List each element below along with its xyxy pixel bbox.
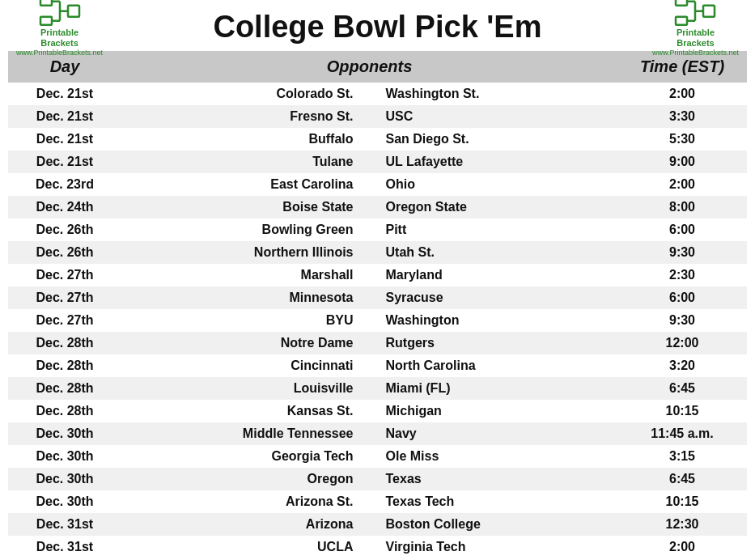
team2: Rutgers — [370, 336, 610, 350]
cell-time: 10:15 — [617, 490, 747, 513]
team1: Fresno St. — [129, 109, 370, 124]
table-row: Dec. 21stFresno St.USC3:30 — [8, 105, 747, 128]
team1: Northern Illinois — [129, 245, 370, 260]
cell-time: 3:20 — [617, 354, 747, 377]
cell-time: 6:45 — [617, 468, 747, 490]
team2: Pitt — [370, 223, 610, 237]
table-row: Dec. 30thGeorgia TechOle Miss3:15 — [8, 445, 747, 468]
table-container: Day Opponents Time (EST) Dec. 21stColora… — [0, 51, 755, 560]
bowl-table: Day Opponents Time (EST) Dec. 21stColora… — [8, 51, 747, 558]
logo-right-text: Printable Brackets — [677, 27, 715, 48]
table-row: Dec. 26thNorthern IllinoisUtah St.9:30 — [8, 241, 747, 264]
cell-opponents: Colorado St.Washington St. — [121, 83, 617, 105]
team2: Maryland — [370, 268, 610, 282]
cell-day: Dec. 21st — [8, 105, 121, 128]
header: Printable Brackets www.PrintableBrackets… — [0, 0, 755, 51]
cell-time: 9:30 — [617, 309, 747, 332]
cell-opponents: MinnesotaSyracuse — [121, 286, 617, 309]
team1: UCLA — [129, 540, 370, 554]
cell-day: Dec. 30th — [8, 468, 121, 490]
cell-time: 12:30 — [617, 513, 747, 536]
team2: North Carolina — [370, 358, 610, 373]
logo-right[interactable]: Printable Brackets www.PrintableBrackets… — [652, 0, 739, 57]
page-title: College Bowl Pick 'Em — [213, 10, 541, 45]
cell-opponents: MarshallMaryland — [121, 264, 617, 286]
cell-time: 6:00 — [617, 286, 747, 309]
cell-opponents: Kansas St.Michigan — [121, 400, 617, 422]
team1: Colorado St. — [129, 87, 370, 101]
svg-rect-9 — [703, 5, 715, 16]
cell-opponents: LouisvilleMiami (FL) — [121, 377, 617, 400]
cell-day: Dec. 27th — [8, 286, 121, 309]
table-row: Dec. 28thCincinnatiNorth Carolina3:20 — [8, 354, 747, 377]
cell-day: Dec. 30th — [8, 422, 121, 445]
cell-day: Dec. 21st — [8, 83, 121, 105]
cell-day: Dec. 31st — [8, 536, 121, 558]
cell-time: 6:45 — [617, 377, 747, 400]
cell-time: 5:30 — [617, 128, 747, 151]
team2: Boston College — [370, 517, 610, 532]
cell-day: Dec. 30th — [8, 490, 121, 513]
team2: Ole Miss — [370, 449, 610, 464]
table-row: Dec. 30thMiddle TennesseeNavy11:45 a.m. — [8, 422, 747, 445]
cell-day: Dec. 28th — [8, 400, 121, 422]
cell-time: 6:00 — [617, 218, 747, 241]
logo-right-url: www.PrintableBrackets.net — [652, 49, 739, 57]
team2: Oregon State — [370, 200, 610, 214]
cell-opponents: BYUWashington — [121, 309, 617, 332]
team2: Virginia Tech — [370, 540, 610, 554]
team2: UL Lafayette — [370, 155, 610, 169]
team1: Tulane — [129, 155, 370, 169]
table-row: Dec. 30thArizona St.Texas Tech10:15 — [8, 490, 747, 513]
cell-time: 9:00 — [617, 151, 747, 173]
svg-rect-8 — [676, 16, 687, 24]
team2: USC — [370, 109, 610, 124]
table-row: Dec. 21stBuffaloSan Diego St.5:30 — [8, 128, 747, 151]
team1: Kansas St. — [129, 404, 370, 418]
table-header-row: Day Opponents Time (EST) — [8, 51, 747, 83]
cell-day: Dec. 28th — [8, 354, 121, 377]
cell-time: 2:00 — [617, 536, 747, 558]
cell-time: 2:00 — [617, 83, 747, 105]
team1: BYU — [129, 313, 370, 328]
table-row: Dec. 28thNotre DameRutgers12:00 — [8, 332, 747, 354]
cell-opponents: East CarolinaOhio — [121, 173, 617, 196]
cell-opponents: Northern IllinoisUtah St. — [121, 241, 617, 264]
cell-day: Dec. 24th — [8, 196, 121, 218]
page-wrapper: Printable Brackets www.PrintableBrackets… — [0, 0, 755, 560]
cell-day: Dec. 21st — [8, 151, 121, 173]
team1: Arizona St. — [129, 494, 370, 509]
cell-opponents: Georgia TechOle Miss — [121, 445, 617, 468]
team2: Michigan — [370, 404, 610, 418]
cell-time: 2:00 — [617, 173, 747, 196]
logo-left[interactable]: Printable Brackets www.PrintableBrackets… — [16, 0, 103, 57]
cell-opponents: Fresno St.USC — [121, 105, 617, 128]
logo-right-icon — [673, 0, 717, 27]
team2: Navy — [370, 426, 610, 441]
cell-day: Dec. 27th — [8, 264, 121, 286]
cell-opponents: Boise StateOregon State — [121, 196, 617, 218]
svg-rect-7 — [676, 0, 687, 5]
cell-time: 3:15 — [617, 445, 747, 468]
table-row: Dec. 27thMarshallMaryland2:30 — [8, 264, 747, 286]
cell-opponents: CincinnatiNorth Carolina — [121, 354, 617, 377]
cell-opponents: OregonTexas — [121, 468, 617, 490]
team1: Arizona — [129, 517, 370, 532]
table-row: Dec. 23rdEast CarolinaOhio2:00 — [8, 173, 747, 196]
cell-time: 9:30 — [617, 241, 747, 264]
team1: Louisville — [129, 381, 370, 396]
team2: Washington — [370, 313, 610, 328]
team2: Texas Tech — [370, 494, 610, 509]
cell-opponents: Middle TennesseeNavy — [121, 422, 617, 445]
table-row: Dec. 21stTulaneUL Lafayette9:00 — [8, 151, 747, 173]
cell-time: 11:45 a.m. — [617, 422, 747, 445]
cell-time: 8:00 — [617, 196, 747, 218]
cell-day: Dec. 23rd — [8, 173, 121, 196]
svg-rect-1 — [40, 16, 52, 24]
team2: Washington St. — [370, 87, 610, 101]
cell-day: Dec. 28th — [8, 377, 121, 400]
team1: Notre Dame — [129, 336, 370, 350]
table-row: Dec. 27thBYUWashington9:30 — [8, 309, 747, 332]
cell-day: Dec. 21st — [8, 128, 121, 151]
table-row: Dec. 31stArizonaBoston College12:30 — [8, 513, 747, 536]
